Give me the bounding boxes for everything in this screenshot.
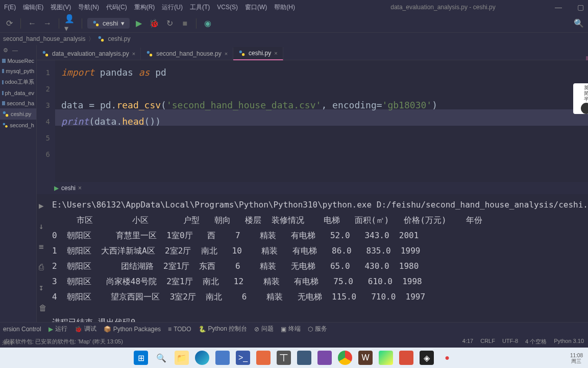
python-icon <box>92 20 100 27</box>
menu-vcs[interactable]: VCS(S) <box>217 4 238 11</box>
rerun-icon[interactable]: ▶ <box>39 198 47 214</box>
python-console-tab[interactable]: 🐍Python 控制台 <box>199 325 248 333</box>
problems-tab[interactable]: ⊘问题 <box>254 325 274 333</box>
gear-icon[interactable]: ⚙ <box>3 47 8 54</box>
menu-file[interactable]: F(E) <box>4 4 16 11</box>
print-icon[interactable]: ⎙ <box>39 260 47 275</box>
git-icon[interactable]: ◉ <box>202 17 214 30</box>
menu-run[interactable]: 运行(U) <box>162 3 183 12</box>
start-button[interactable]: ⊞ <box>134 351 148 365</box>
tree-folder[interactable]: second_ha <box>0 98 36 108</box>
terminal-icon[interactable]: >_ <box>236 351 250 365</box>
svg-point-11 <box>150 54 152 56</box>
stop-button[interactable]: ■ <box>179 17 191 30</box>
breadcrumb-root[interactable]: second_hand_house_analysis <box>3 35 85 42</box>
tree-folder[interactable]: mysql_pyth <box>0 66 36 76</box>
tree-file[interactable]: second_h <box>0 120 36 131</box>
run-config-selector[interactable]: ceshi ▾ <box>87 18 130 29</box>
services-tab[interactable]: ⬡服务 <box>308 325 327 333</box>
terminal-tab[interactable]: ▣终端 <box>281 325 301 333</box>
chrome-icon[interactable] <box>338 351 352 365</box>
wrap-icon[interactable]: ≡ <box>39 239 47 255</box>
project-panel: ⚙ — MouseRec mysql_pyth odoo工单系 ph_data_… <box>0 45 37 322</box>
editor-tabs: data_evaluation_analysis.py × second_han… <box>37 45 588 60</box>
menu-code[interactable]: 代码(C) <box>106 3 127 12</box>
svg-point-8 <box>43 51 45 54</box>
explorer-icon[interactable]: 📁 <box>175 351 189 365</box>
taskbar-clock[interactable]: 11:08 周三 <box>570 353 583 364</box>
menu-view[interactable]: 视图(V) <box>51 3 71 12</box>
run-tab[interactable]: ▶运行 <box>48 325 67 333</box>
menu-edit[interactable]: 编辑(E) <box>23 3 43 12</box>
version-control-tab[interactable]: ersion Control <box>3 326 41 333</box>
breadcrumb: second_hand_house_analysis 〉 ceshi.py <box>0 33 588 45</box>
run-tab-bar: ▶ ceshi × ⚙ <box>37 182 588 194</box>
interpreter[interactable]: Python 3.10 <box>554 338 584 346</box>
search-icon[interactable]: 🔍 <box>573 17 585 30</box>
debug-tab[interactable]: 🐞调试 <box>75 325 96 333</box>
run-tab[interactable]: ▶ ceshi × <box>49 183 87 193</box>
tree-folder[interactable]: ph_data_ev <box>0 88 36 98</box>
line-separator[interactable]: CRLF <box>480 338 495 346</box>
svg-point-9 <box>45 54 48 56</box>
close-icon[interactable]: × <box>225 51 228 57</box>
tree-file[interactable]: ceshi.py <box>0 108 36 120</box>
menu-refactor[interactable]: 重构(R) <box>134 3 155 12</box>
run-output[interactable]: ▶ ↓ ≡ ⎙ ↧ 🗑 E:\Users\86132\AppData\Local… <box>37 194 588 322</box>
user-icon[interactable]: 👤▾ <box>64 17 77 30</box>
exit-message: 进程已结束,退出代码0 <box>52 315 588 322</box>
svg-point-0 <box>93 20 96 23</box>
tree-folder[interactable]: odoo工单系 <box>0 76 36 88</box>
window-title: data_evaluation_analysis.py - ceshi.py <box>390 4 495 11</box>
indent-info[interactable]: 4 个空格 <box>525 338 547 346</box>
tab-second-hand-house[interactable]: second_hand_house.py × <box>141 48 233 60</box>
sync-icon[interactable]: ⟳ <box>3 17 15 30</box>
app-icon[interactable] <box>256 351 271 365</box>
close-icon[interactable]: × <box>274 50 277 56</box>
run-button[interactable]: ▶ <box>133 17 145 30</box>
menu-help[interactable]: 帮助(H) <box>274 3 295 12</box>
coverage-icon[interactable]: ↻ <box>163 17 176 30</box>
tab-ceshi[interactable]: ceshi.py × <box>233 47 283 60</box>
python-packages-tab[interactable]: 📦Python Packages <box>104 326 161 333</box>
back-icon[interactable]: ← <box>26 17 38 30</box>
close-icon[interactable]: × <box>132 51 135 57</box>
chevron-down-icon: ▾ <box>121 19 125 27</box>
app-icon[interactable] <box>297 351 311 365</box>
python-icon <box>97 35 105 42</box>
edge-icon[interactable] <box>195 351 209 365</box>
app-icon[interactable]: W <box>358 351 373 365</box>
app-icon[interactable] <box>215 351 230 365</box>
trash-icon[interactable]: 🗑 <box>39 301 47 316</box>
app-icon[interactable] <box>317 351 332 365</box>
menu-tools[interactable]: 工具(T) <box>190 3 210 12</box>
app-icon[interactable]: ◈ <box>420 351 434 365</box>
todo-tab[interactable]: ≡TODO <box>168 326 191 333</box>
forward-icon[interactable]: → <box>41 17 54 30</box>
file-encoding[interactable]: UTF-8 <box>502 338 518 346</box>
record-icon[interactable]: ● <box>440 351 454 365</box>
export-icon[interactable]: ↧ <box>39 280 47 295</box>
app-icon[interactable]: 丅 <box>277 351 291 365</box>
toolbar: ⟳ ← → 👤▾ ceshi ▾ ▶ 🐞 ↻ ■ ◉ 🔍 <box>0 14 588 33</box>
pycharm-icon[interactable] <box>379 351 393 365</box>
line-gutter: 123456 <box>37 60 55 182</box>
minimize-icon[interactable]: — <box>555 3 562 11</box>
svg-point-3 <box>101 39 104 41</box>
search-taskbar-icon[interactable]: 🔍 <box>154 351 168 365</box>
tree-folder[interactable]: MouseRec <box>0 56 36 66</box>
debug-button[interactable]: 🐞 <box>148 17 160 30</box>
app-icon[interactable] <box>399 351 413 365</box>
down-icon[interactable]: ↓ <box>39 219 47 234</box>
breadcrumb-file[interactable]: ceshi.py <box>108 35 130 42</box>
code-editor[interactable]: 123456 import pandas as pd data = pd.rea… <box>37 60 588 182</box>
collapse-icon[interactable]: — <box>12 47 18 54</box>
menu-window[interactable]: 窗口(W) <box>245 3 267 12</box>
close-icon[interactable]: × <box>78 185 82 192</box>
table-header: 市区 小区 户型 朝向 楼层 装修情况 电梯 面积(㎡) 价格(万元) 年份 <box>52 213 588 228</box>
file-tree[interactable]: MouseRec mysql_pyth odoo工单系 ph_data_ev s… <box>0 56 36 131</box>
menu-nav[interactable]: 导航(N) <box>78 3 99 12</box>
maximize-icon[interactable]: ▢ <box>577 3 584 11</box>
tab-data-evaluation[interactable]: data_evaluation_analysis.py × <box>37 48 141 60</box>
cursor-position[interactable]: 4:17 <box>462 338 473 346</box>
